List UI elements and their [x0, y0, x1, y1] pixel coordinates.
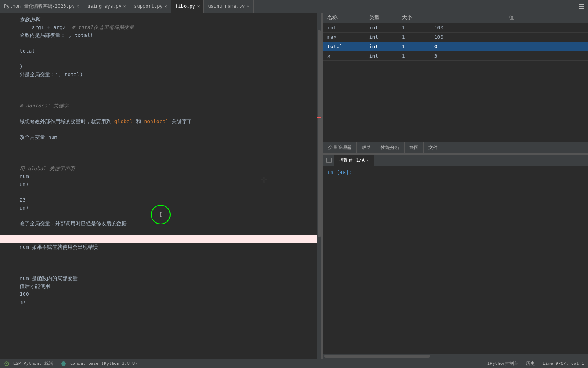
code-line: total	[0, 47, 321, 55]
console-tab-bar: 控制台 1/A ✕	[323, 155, 588, 166]
var-size: 1	[398, 33, 430, 42]
var-size: 1	[398, 51, 430, 61]
tab-plots[interactable]: 绘图	[405, 142, 424, 153]
tab-help[interactable]: 帮助	[357, 142, 376, 153]
code-line	[0, 55, 321, 63]
code-line: 改了全局变量，外部调用时已经是修改后的数据	[0, 220, 321, 228]
tab-bar: Python 量化编程基础-2023.py ✕ using_sys.py ✕ s…	[0, 0, 588, 13]
code-line: 参数的和	[0, 16, 321, 24]
conda-icon	[61, 361, 66, 366]
var-value: 3	[430, 51, 588, 61]
tab-vm-label: 变量管理器	[328, 144, 352, 151]
code-line: 100	[0, 290, 321, 298]
tab-profiler-label: 性能分析	[381, 144, 399, 151]
code-line	[0, 39, 321, 47]
col-header-value: 值	[430, 13, 588, 23]
code-line: 外是全局变量：', total)	[0, 71, 321, 78]
tab-profiler[interactable]: 性能分析	[376, 142, 405, 153]
variable-table: 名称 类型 大小 值 int int 1 100	[323, 13, 588, 142]
tab-2-label: support.py	[134, 4, 162, 9]
tab-0[interactable]: Python 量化编程基础-2023.py ✕	[0, 0, 83, 13]
code-line	[0, 188, 321, 196]
editor-scrollbar[interactable]	[317, 13, 321, 359]
code-line	[0, 212, 321, 220]
tab-4-label: using_name.py	[208, 4, 245, 9]
scrollbar-thumb[interactable]	[324, 355, 430, 358]
code-line	[0, 110, 321, 118]
code-line: um)	[0, 204, 321, 212]
tab-1[interactable]: using_sys.py ✕	[83, 0, 130, 13]
svg-point-2	[6, 363, 7, 364]
var-size: 1	[398, 42, 430, 51]
status-lsp: LSP Python: 就绪	[4, 361, 53, 366]
hamburger-menu[interactable]: ☰	[575, 3, 588, 10]
status-position: Line 9707, Col 1	[543, 361, 584, 366]
svg-rect-0	[327, 158, 331, 163]
code-line: 函数内是局部变量：', total)	[0, 31, 321, 39]
editor-content[interactable]: 参数的和 arg1 + arg2 # total在这里是局部变量 函数内是局部变…	[0, 13, 321, 359]
tab-1-close[interactable]: ✕	[123, 4, 126, 9]
code-line: # nonlocal 关键字	[0, 102, 321, 110]
code-line: 值后才能使用	[0, 282, 321, 290]
console-panel[interactable]: In [48]:	[323, 166, 588, 354]
var-value: 0	[430, 42, 588, 51]
code-line: )	[0, 63, 321, 71]
code-line: um)	[0, 180, 321, 188]
code-line	[0, 126, 321, 133]
editor-scrollbar-thumb[interactable]	[318, 30, 321, 237]
tab-1-label: using_sys.py	[87, 4, 122, 9]
tab-3-label: fibo.py	[175, 4, 195, 9]
error-marker	[317, 117, 321, 118]
var-type: int	[365, 51, 398, 61]
console-prompt: In [48]:	[327, 169, 352, 175]
code-line-highlighted	[0, 235, 321, 243]
var-type: int	[365, 42, 398, 51]
terminal-icon	[326, 158, 332, 163]
code-line	[0, 78, 321, 86]
var-value: 100	[430, 23, 588, 33]
var-row-max[interactable]: max int 1 100	[323, 33, 588, 42]
code-line: 域想修改外部作用域的变量时，就要用到 global 和 nonlocal 关键字…	[0, 118, 321, 126]
var-row-total[interactable]: total int 1 0	[323, 42, 588, 51]
console-tab-label: 控制台 1/A	[339, 157, 365, 164]
bottom-scrollbar[interactable]	[323, 354, 588, 359]
code-line: num	[0, 173, 321, 180]
status-ipy[interactable]: IPython控制台	[487, 361, 518, 366]
col-header-type: 类型	[365, 13, 398, 23]
code-line: 改全局变量 num	[0, 133, 321, 141]
variable-manager: 名称 类型 大小 值 int int 1 100	[323, 13, 588, 142]
code-line: 23	[0, 196, 321, 204]
main-area: 参数的和 arg1 + arg2 # total在这里是局部变量 函数内是局部变…	[0, 13, 588, 359]
status-conda: conda: base (Python 3.8.8)	[61, 361, 138, 366]
code-line	[0, 259, 321, 267]
tab-4[interactable]: using_name.py ✕	[204, 0, 254, 13]
tab-files[interactable]: 文件	[424, 142, 443, 153]
code-line	[0, 228, 321, 235]
var-row-x[interactable]: x int 1 3	[323, 51, 588, 61]
code-line	[0, 267, 321, 275]
code-line: num 是函数内的局部变量	[0, 275, 321, 282]
tab-plots-label: 绘图	[409, 144, 419, 151]
var-type: int	[365, 23, 398, 33]
tab-help-label: 帮助	[361, 144, 371, 151]
code-line	[0, 251, 321, 259]
tab-files-label: 文件	[428, 144, 438, 151]
code-line	[0, 157, 321, 165]
tab-0-close[interactable]: ✕	[76, 4, 79, 9]
console-tab-close[interactable]: ✕	[367, 158, 369, 162]
status-history[interactable]: 历史	[526, 361, 535, 366]
var-row-int[interactable]: int int 1 100	[323, 23, 588, 33]
code-area[interactable]: 参数的和 arg1 + arg2 # total在这里是局部变量 函数内是局部变…	[0, 13, 321, 359]
var-name: int	[323, 23, 365, 33]
console-panel-icon[interactable]	[323, 155, 334, 166]
tab-3-close[interactable]: ✕	[197, 4, 200, 9]
tab-2[interactable]: support.py ✕	[130, 0, 171, 13]
tab-console[interactable]: 控制台 1/A ✕	[334, 155, 374, 166]
panel-tab-bar: 变量管理器 帮助 性能分析 绘图 文件	[323, 142, 588, 153]
tab-3[interactable]: fibo.py ✕	[171, 0, 204, 13]
code-line	[0, 141, 321, 149]
editor-panel: 参数的和 arg1 + arg2 # total在这里是局部变量 函数内是局部变…	[0, 13, 321, 359]
tab-variable-manager[interactable]: 变量管理器	[323, 142, 357, 153]
tab-2-close[interactable]: ✕	[165, 4, 167, 9]
tab-4-close[interactable]: ✕	[247, 4, 249, 9]
